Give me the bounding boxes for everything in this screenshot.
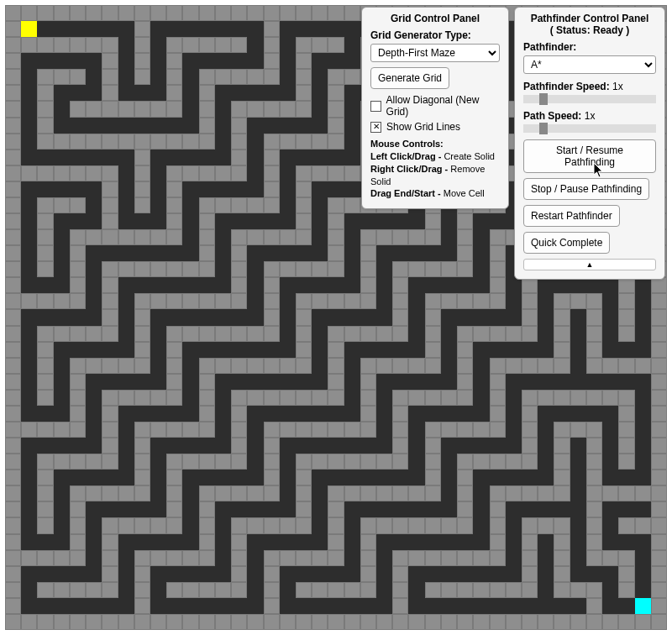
grid-cell[interactable] (506, 550, 522, 566)
grid-cell[interactable] (231, 277, 247, 293)
grid-cell[interactable] (21, 85, 37, 101)
grid-cell[interactable] (247, 534, 263, 550)
grid-cell[interactable] (134, 197, 150, 213)
grid-cell[interactable] (344, 37, 360, 53)
grid-cell[interactable] (264, 501, 280, 517)
grid-cell[interactable] (118, 134, 134, 150)
grid-cell[interactable] (602, 277, 618, 293)
grid-cell[interactable] (312, 53, 328, 69)
grid-cell[interactable] (182, 422, 198, 438)
grid-cell[interactable] (215, 485, 231, 501)
grid-cell[interactable] (328, 406, 344, 422)
grid-cell[interactable] (651, 485, 667, 501)
grid-cell[interactable] (199, 374, 215, 390)
grid-cell[interactable] (247, 454, 263, 470)
grid-cell[interactable] (54, 245, 70, 261)
grid-cell[interactable] (312, 21, 328, 37)
grid-cell[interactable] (506, 582, 522, 598)
grid-cell[interactable] (21, 69, 37, 85)
grid-cell[interactable] (102, 582, 118, 598)
grid-cell[interactable] (538, 358, 554, 374)
grid-cell[interactable] (247, 470, 263, 485)
grid-cell[interactable] (312, 598, 328, 614)
grid-cell[interactable] (360, 614, 376, 630)
grid-cell[interactable] (344, 390, 360, 406)
grid-cell[interactable] (199, 438, 215, 454)
grid-cell[interactable] (5, 118, 21, 134)
grid-cell[interactable] (506, 293, 522, 309)
grid-cell[interactable] (215, 309, 231, 325)
grid-cell[interactable] (150, 438, 166, 454)
grid-cell[interactable] (651, 614, 667, 630)
grid-cell[interactable] (134, 358, 150, 374)
grid-cell[interactable] (618, 598, 634, 614)
grid-cell[interactable] (425, 309, 441, 325)
grid-cell[interactable] (328, 517, 344, 533)
grid-cell[interactable] (490, 229, 506, 245)
grid-cell[interactable] (570, 470, 586, 485)
grid-cell[interactable] (231, 454, 247, 470)
grid-cell[interactable] (473, 390, 489, 406)
grid-cell[interactable] (166, 566, 182, 582)
grid-cell[interactable] (408, 454, 424, 470)
grid-cell[interactable] (457, 422, 473, 438)
grid-cell[interactable] (5, 374, 21, 390)
grid-cell[interactable] (231, 438, 247, 454)
grid-cell[interactable] (247, 245, 263, 261)
grid-cell[interactable] (102, 406, 118, 422)
grid-cell[interactable] (70, 326, 86, 342)
grid-cell[interactable] (312, 550, 328, 566)
grid-cell[interactable] (199, 342, 215, 358)
grid-cell[interactable] (344, 85, 360, 101)
grid-cell[interactable] (247, 229, 263, 245)
grid-cell[interactable] (635, 406, 651, 422)
grid-cell[interactable] (328, 277, 344, 293)
grid-cell[interactable] (54, 53, 70, 69)
grid-cell[interactable] (473, 438, 489, 454)
grid-cell[interactable] (21, 614, 37, 630)
grid-cell[interactable] (5, 550, 21, 566)
grid-cell[interactable] (296, 69, 312, 85)
grid-cell[interactable] (392, 485, 408, 501)
grid-cell[interactable] (586, 342, 602, 358)
grid-cell[interactable] (150, 229, 166, 245)
grid-cell[interactable] (182, 134, 198, 150)
grid-cell[interactable] (118, 293, 134, 309)
grid-cell[interactable] (506, 326, 522, 342)
grid-cell[interactable] (651, 406, 667, 422)
grid-cell[interactable] (182, 101, 198, 117)
grid-cell[interactable] (231, 293, 247, 309)
grid-cell[interactable] (280, 101, 296, 117)
grid-cell[interactable] (247, 566, 263, 582)
grid-cell[interactable] (392, 614, 408, 630)
grid-cell[interactable] (441, 454, 457, 470)
grid-cell[interactable] (54, 277, 70, 293)
grid-cell[interactable] (5, 150, 21, 165)
grid-cell[interactable] (408, 614, 424, 630)
grid-cell[interactable] (37, 21, 53, 37)
grid-cell[interactable] (473, 277, 489, 293)
expand-toggle[interactable]: ▲ (523, 259, 656, 270)
grid-cell[interactable] (231, 309, 247, 325)
grid-cell[interactable] (570, 598, 586, 614)
grid-cell[interactable] (360, 470, 376, 485)
grid-cell[interactable] (344, 534, 360, 550)
grid-cell[interactable] (199, 165, 215, 181)
grid-cell[interactable] (280, 181, 296, 197)
grid-cell[interactable] (618, 326, 634, 342)
grid-cell[interactable] (360, 374, 376, 390)
grid-cell[interactable] (21, 134, 37, 150)
grid-cell[interactable] (247, 309, 263, 325)
grid-cell[interactable] (86, 69, 102, 85)
grid-cell[interactable] (538, 517, 554, 533)
grid-cell[interactable] (166, 485, 182, 501)
grid-cell[interactable] (37, 229, 53, 245)
grid-cell[interactable] (441, 342, 457, 358)
grid-cell[interactable] (102, 598, 118, 614)
grid-cell[interactable] (199, 309, 215, 325)
grid-cell[interactable] (37, 309, 53, 325)
grid-cell[interactable] (215, 358, 231, 374)
grid-cell[interactable] (37, 181, 53, 197)
grid-cell[interactable] (392, 501, 408, 517)
grid-cell[interactable] (425, 261, 441, 277)
